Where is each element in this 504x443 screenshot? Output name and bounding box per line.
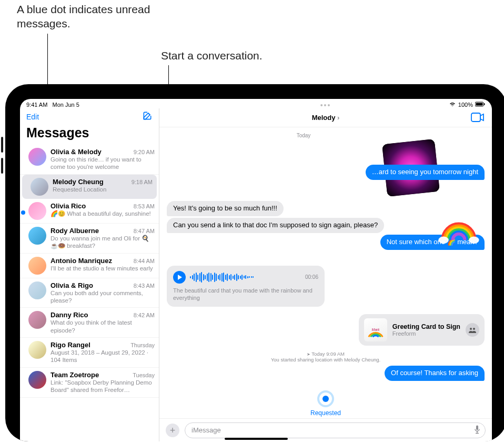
plus-button[interactable]: + [166, 424, 179, 437]
status-time: 9:41 AM [26, 102, 47, 108]
sent-bubble[interactable]: …ard to seeing you tomorrow night [366, 165, 485, 180]
svg-rect-4 [471, 113, 480, 122]
message-input[interactable]: iMessage [185, 422, 486, 438]
svg-rect-10 [476, 425, 478, 430]
conversation-preview: Going on this ride… if you want to come … [51, 156, 155, 171]
battery-percent: 100% [458, 102, 473, 108]
compose-bar: + iMessage [159, 418, 492, 441]
conversation-preview: 🌈😊 What a beautiful day, sunshine! [51, 210, 155, 217]
chat-scroll[interactable]: Today …ard to seeing you tomorrow night … [159, 127, 492, 418]
conversation-item[interactable]: Olivia Rico 8:53 AM 🌈😊 What a beautiful … [20, 199, 159, 224]
conversation-name: Rody Albuerne [51, 227, 99, 235]
conversation-name: Olivia & Rigo [51, 281, 93, 289]
conversation-preview: Can you both add your comments, please? [51, 289, 155, 305]
battery-icon [475, 102, 486, 108]
collaboration-icon[interactable] [466, 323, 479, 337]
sent-bubble[interactable]: Of course! Thanks for asking [385, 366, 485, 381]
avatar [28, 311, 46, 329]
status-bar: 9:41 AM Mon Jun 5 100% [20, 99, 492, 108]
ipad-frame: 9:41 AM Mon Jun 5 100% Edit [5, 84, 504, 441]
system-timestamp: Today 9:09 AM You started sharing locati… [167, 351, 485, 363]
volume-down-button [1, 158, 3, 174]
conversation-time: 9:18 AM [132, 179, 153, 185]
screen: 9:41 AM Mon Jun 5 100% Edit [20, 99, 492, 441]
message-placeholder: iMessage [191, 426, 221, 434]
day-label: Today [288, 133, 319, 138]
compose-button[interactable] [142, 110, 153, 123]
conversation-preview: What do you think of the latest episode? [51, 319, 155, 334]
avatar [28, 202, 46, 220]
waveform-icon[interactable] [190, 272, 301, 283]
svg-point-9 [473, 328, 475, 330]
chat-contact-name[interactable]: Melody [312, 114, 340, 122]
conversation-preview: Link: "Soapbox Derby Planning Demo Board… [51, 379, 155, 394]
received-bubble[interactable]: Yes! It's going to be so much fun!!! [167, 201, 284, 216]
avatar [28, 257, 46, 275]
volume-up-button [1, 137, 3, 153]
video-call-button[interactable] [471, 113, 485, 124]
conversation-item[interactable]: Olivia & Rigo 8:43 AM Can you both add y… [20, 278, 159, 308]
attachment-subtitle: Freeform [392, 330, 460, 337]
sidebar: Edit Messages [20, 108, 159, 441]
conversation-name: Melody Cheung [53, 178, 104, 186]
bubble-text: Not sure which one 🌈 mean? [387, 238, 478, 246]
conversation-item[interactable]: Rody Albuerne 8:47 AM Do you wanna join … [20, 224, 159, 254]
avatar [28, 341, 46, 359]
conversation-name: Team Zoetrope [51, 371, 99, 379]
received-bubble[interactable]: Can you send a link to that doc I'm supp… [167, 218, 384, 233]
conversation-time: 8:47 AM [134, 228, 155, 234]
location-requested[interactable]: Requested [167, 385, 485, 418]
callout-compose: Start a conversation. [161, 48, 263, 63]
status-left: 9:41 AM Mon Jun 5 [26, 102, 79, 108]
conversation-list[interactable]: Olivia & Melody 9:20 AM Going on this ri… [20, 145, 159, 441]
wifi-icon [449, 102, 456, 108]
conversation-item[interactable]: Danny Rico 8:42 AM What do you think of … [20, 308, 159, 338]
menu-dots-icon[interactable]: ••• [320, 101, 331, 109]
conversation-preview: August 31, 2018 – August 29, 2022 · 104 … [51, 349, 155, 364]
bubble-text: …ard to seeing you tomorrow night [372, 168, 478, 176]
conversation-name: Danny Rico [51, 311, 88, 319]
home-indicator[interactable] [225, 438, 288, 440]
audio-duration: 00:06 [305, 274, 318, 280]
audio-transcript: The beautiful card that you made with th… [173, 287, 318, 302]
conversation-preview: I'll be at the studio a few minutes earl… [51, 265, 155, 272]
avatar [31, 178, 48, 196]
edit-button[interactable]: Edit [26, 113, 39, 121]
bubble-text: Yes! It's going to be so much fun!!! [173, 204, 277, 212]
svg-rect-1 [476, 103, 483, 106]
svg-text:Mark: Mark [371, 328, 379, 331]
conversation-item[interactable]: Olivia & Melody 9:20 AM Going on this ri… [20, 145, 159, 175]
avatar [28, 371, 46, 389]
unread-dot-icon [21, 210, 25, 215]
avatar [28, 281, 46, 299]
conversation-item[interactable]: Antonio Manriquez 8:44 AM I'll be at the… [20, 254, 159, 278]
attachment-title: Greeting Card to Sign [392, 323, 460, 330]
system-note-text: You started sharing location with Melody… [271, 357, 380, 363]
avatar [28, 227, 46, 245]
dictate-icon[interactable] [473, 425, 481, 436]
conversation-item[interactable]: Team Zoetrope Tuesday Link: "Soapbox Der… [20, 368, 159, 398]
conversation-preview: Do you wanna join me and Oli for 🍳☕🍩 bre… [51, 235, 155, 250]
status-right: 100% [449, 102, 486, 108]
attachment-thumbnail: Mark [364, 318, 387, 341]
conversation-preview: Requested Location [53, 186, 153, 193]
conversation-name: Olivia Rico [51, 202, 86, 210]
svg-rect-2 [484, 103, 485, 105]
conversation-item[interactable]: Rigo Rangel Thursday August 31, 2018 – A… [20, 338, 159, 368]
sidebar-title: Messages [20, 124, 159, 145]
conversation-item-selected[interactable]: Melody Cheung 9:18 AM Requested Location [22, 175, 157, 199]
conversation-time: 8:53 AM [134, 203, 155, 209]
play-button[interactable] [173, 271, 186, 284]
sent-bubble[interactable]: Not sure which one 🌈 mean? [380, 235, 485, 250]
location-ring-icon [317, 390, 334, 407]
bubble-text: Can you send a link to that doc I'm supp… [173, 221, 378, 229]
conversation-time: 8:42 AM [134, 312, 155, 318]
location-requested-label: Requested [177, 409, 474, 417]
svg-point-8 [470, 328, 472, 330]
attachment-card[interactable]: Mark Greeting Card to Sign Freeform [359, 314, 485, 346]
conversation-name: Rigo Rangel [51, 341, 90, 349]
conversation-time: 9:20 AM [134, 149, 155, 155]
avatar [28, 148, 46, 166]
chat-header: ••• Melody [159, 108, 492, 127]
audio-message[interactable]: 00:06 The beautiful card that you made w… [167, 266, 325, 307]
